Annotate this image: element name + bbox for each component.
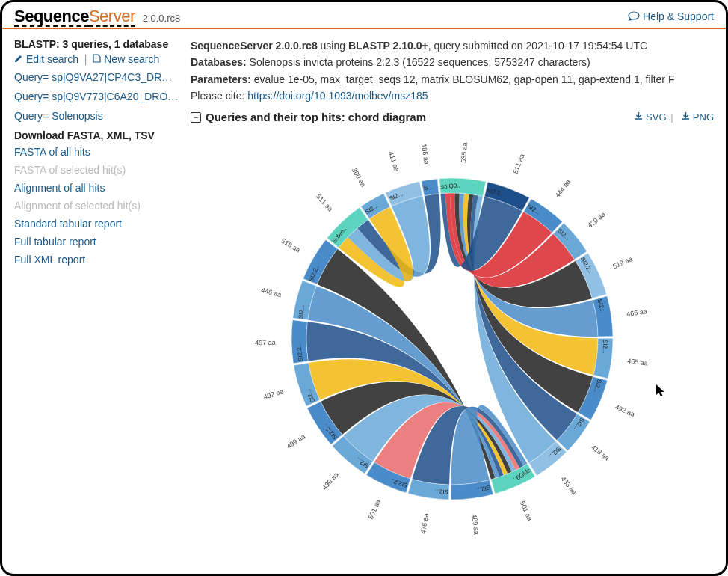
download-alignment-selected: Alignment of selected hit(s) xyxy=(14,200,179,212)
run-metadata: SequenceServer 2.0.0.rc8 using BLASTP 2.… xyxy=(191,38,714,103)
download-fasta-all[interactable]: FASTA of all hits xyxy=(14,146,179,158)
download-heading: Download FASTA, XML, TSV xyxy=(14,129,179,141)
sidebar-title: BLASTP: 3 queries, 1 database xyxy=(14,38,179,50)
pencil-icon xyxy=(14,54,23,63)
sidebar: BLASTP: 3 queries, 1 database Edit searc… xyxy=(2,29,185,548)
query-link-0[interactable]: Query= sp|Q9VA27|CP4C3_DROME xyxy=(14,71,179,83)
separator: | xyxy=(84,53,87,65)
comment-icon xyxy=(628,11,640,22)
section-title: Queries and their top hits: chord diagra… xyxy=(206,111,426,123)
logo-server: Server xyxy=(89,7,135,27)
query-link-2[interactable]: Query= Solenopsis xyxy=(14,110,179,122)
download-full-xml[interactable]: Full XML report xyxy=(14,254,179,266)
chord-arc-label: SI2... xyxy=(602,339,608,353)
chord-length-label: 497 aa xyxy=(255,338,276,346)
cite-link[interactable]: https://doi.org/10.1093/molbev/msz185 xyxy=(247,90,428,102)
download-icon xyxy=(635,112,643,120)
download-std-tabular[interactable]: Standard tabular report xyxy=(14,218,179,230)
logo: SequenceServer 2.0.0.rc8 xyxy=(14,7,180,26)
app-header: SequenceServer 2.0.0.rc8 Help & Support xyxy=(2,2,726,29)
help-label: Help & Support xyxy=(643,10,714,22)
version-label: 2.0.0.rc8 xyxy=(143,13,181,24)
edit-search-link[interactable]: Edit search xyxy=(14,53,81,65)
query-link-1[interactable]: Query= sp|Q9V773|C6A20_DROME xyxy=(14,91,179,102)
help-link[interactable]: Help & Support xyxy=(628,10,714,22)
section-header: − Queries and their top hits: chord diag… xyxy=(191,111,714,123)
download-alignment-all[interactable]: Alignment of all hits xyxy=(14,182,179,194)
download-svg-link[interactable]: SVG xyxy=(635,111,669,123)
chord-arc-label: sp|Q9.. xyxy=(440,182,460,190)
chord-arc-label: SI2... xyxy=(434,488,448,495)
chord-diagram[interactable]: 535 aasp|Q9..511 aaSI2.2..444 aaSI2...42… xyxy=(243,129,661,548)
content: SequenceServer 2.0.0.rc8 using BLASTP 2.… xyxy=(185,29,726,548)
new-search-link[interactable]: New search xyxy=(93,53,159,65)
download-icon xyxy=(682,112,690,120)
file-icon xyxy=(93,54,101,63)
download-full-tabular[interactable]: Full tabular report xyxy=(14,236,179,248)
download-png-link[interactable]: PNG xyxy=(682,111,714,123)
logo-sequence: Sequence xyxy=(14,7,89,27)
collapse-toggle[interactable]: − xyxy=(191,112,201,123)
download-fasta-selected: FASTA of selected hit(s) xyxy=(14,164,179,176)
